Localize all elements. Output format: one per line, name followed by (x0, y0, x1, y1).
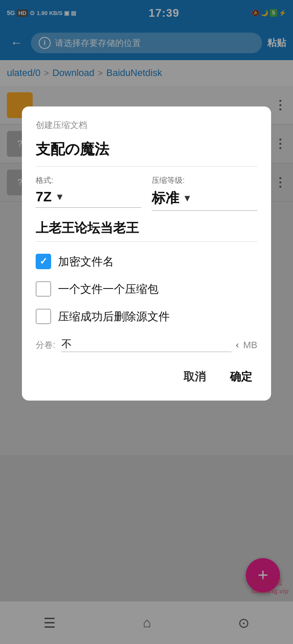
compression-value: 标准 (152, 189, 179, 208)
checkbox-one-file-row: 一个文件一个压缩包 (36, 281, 257, 297)
format-value: 7Z (36, 189, 52, 205)
split-input[interactable] (61, 338, 232, 352)
checkbox-encrypt-filename-row: 加密文件名 (36, 254, 257, 269)
format-group: 格式: 7Z ▼ (36, 175, 141, 208)
dialog-filename[interactable]: 支配の魔法 (36, 140, 257, 159)
checkbox-delete-source-row: 压缩成功后删除源文件 (36, 309, 257, 324)
divider-2 (36, 241, 257, 242)
split-mb-label: MB (243, 340, 257, 351)
compression-select[interactable]: 标准 ▼ (152, 189, 257, 211)
split-label: 分卷: (36, 339, 55, 351)
compression-group: 压缩等级: 标准 ▼ (152, 175, 257, 211)
confirm-button[interactable]: 确定 (225, 366, 257, 388)
divider-1 (36, 166, 257, 167)
compression-label: 压缩等级: (152, 175, 257, 185)
dialog-title: 创建压缩文档 (36, 119, 257, 131)
dialog-buttons: 取消 确定 (36, 366, 257, 388)
format-compression-row: 格式: 7Z ▼ 压缩等级: 标准 ▼ (36, 175, 257, 211)
checkbox-delete-source[interactable] (36, 309, 51, 324)
create-archive-dialog: 创建压缩文档 支配の魔法 格式: 7Z ▼ 压缩等级: 标准 ▼ 上老王论坛当老… (22, 106, 271, 401)
checkbox-one-file-label: 一个文件一个压缩包 (58, 282, 159, 297)
cancel-button[interactable]: 取消 (178, 366, 211, 388)
format-label: 格式: (36, 175, 141, 185)
split-row: 分卷: ‹ MB (36, 336, 257, 352)
format-dropdown-arrow[interactable]: ▼ (55, 191, 64, 203)
compression-dropdown-arrow[interactable]: ▼ (183, 193, 192, 204)
checkbox-one-file[interactable] (36, 281, 51, 297)
checkbox-encrypt-filename[interactable] (36, 254, 51, 269)
checkbox-delete-source-label: 压缩成功后删除源文件 (58, 309, 170, 324)
format-select[interactable]: 7Z ▼ (36, 189, 141, 208)
password-field[interactable]: 上老王论坛当老王 (36, 219, 257, 241)
split-chevron-icon[interactable]: ‹ (236, 340, 239, 351)
checkbox-encrypt-filename-label: 加密文件名 (58, 254, 114, 269)
